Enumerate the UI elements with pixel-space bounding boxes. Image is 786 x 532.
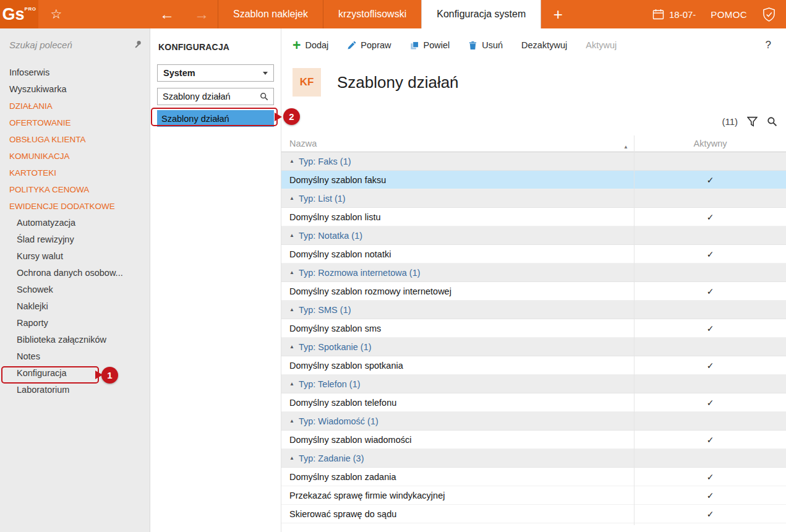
column-header-aktywny[interactable]: Aktywny (634, 139, 786, 148)
table-row[interactable]: ▲Domyślny szablon wiadomości ✓ (281, 431, 786, 449)
table-row[interactable]: ▲Typ: SMS (1) (281, 301, 786, 319)
active-checkmark: ✓ (634, 398, 786, 408)
new-tab-button[interactable]: + (541, 0, 575, 28)
sidebar-item[interactable]: KARTOTEKI (0, 165, 150, 181)
delete-button[interactable]: Usuń (468, 40, 503, 50)
sidebar-item[interactable]: Ochrona danych osobow... (0, 265, 150, 281)
sidebar-item[interactable]: Ślad rewizyjny (0, 231, 150, 248)
duplicate-icon (410, 41, 419, 50)
table-row[interactable]: ▲Typ: Notatka (1) (281, 226, 786, 245)
table-row[interactable]: ▲Typ: Telefon (1) (281, 375, 786, 393)
title-row: KF Szablony działań (281, 62, 786, 97)
table-body: ▲Typ: Faks (1) ▲Domyślny szablon faksu ✓… (281, 152, 786, 523)
active-checkmark: ✓ (634, 249, 786, 259)
config-category-value: System (163, 68, 195, 78)
sidebar: Szukaj poleceń InfoserwisWyszukiwarkaDZI… (0, 28, 150, 532)
sidebar-item[interactable]: EWIDENCJE DODATKOWE (0, 198, 150, 215)
filter-funnel-icon[interactable] (747, 116, 758, 127)
topbar-tab[interactable]: Konfiguracja system (421, 0, 541, 28)
table-row[interactable]: ▲Domyślny szablon zadania ✓ (281, 468, 786, 486)
config-search-value: Szablony działań (163, 92, 231, 101)
help-link[interactable]: POMOC (711, 9, 747, 20)
sidebar-item[interactable]: POLITYKA CENOWA (0, 181, 150, 198)
pin-icon[interactable] (132, 40, 142, 49)
topbar-tab[interactable]: krzystoflisowski (323, 0, 421, 28)
duplicate-button[interactable]: Powiel (410, 40, 450, 50)
app-logo: GsPRO (0, 0, 38, 28)
group-expand-icon: ▲ (289, 195, 294, 201)
plus-icon: + (293, 41, 301, 49)
sidebar-item[interactable]: Biblioteka załączników (0, 332, 150, 348)
activate-button[interactable]: Aktywuj (586, 40, 617, 50)
active-checkmark: ✓ (634, 491, 786, 500)
table-row[interactable]: ▲Domyślny szablon faksu ✓ (281, 171, 786, 189)
sidebar-item[interactable]: KOMUNIKACJA (0, 148, 150, 165)
config-category-dropdown[interactable]: System (157, 64, 274, 82)
active-checkmark: ✓ (634, 212, 786, 222)
sidebar-item[interactable]: DZIAŁANIA (0, 98, 150, 114)
table-row[interactable]: ▲Domyślny szablon listu ✓ (281, 208, 786, 226)
table-row[interactable]: ▲Domyślny szablon rozmowy internetowej ✓ (281, 282, 786, 301)
table-row[interactable]: ▲Typ: List (1) (281, 189, 786, 208)
sidebar-item[interactable]: Automatyzacja (0, 215, 150, 231)
sort-asc-icon: ▲ (623, 144, 628, 150)
group-expand-icon: ▲ (289, 344, 294, 350)
pencil-icon (347, 41, 356, 50)
table-row[interactable]: ▲Domyślny szablon telefonu ✓ (281, 393, 786, 412)
toolbar-help-button[interactable]: ? (762, 38, 775, 52)
list-meta-row: (11) (281, 97, 786, 135)
sidebar-item[interactable]: Notes (0, 348, 150, 365)
column-divider (634, 135, 634, 525)
sidebar-item[interactable]: OFERTOWANIE (0, 114, 150, 131)
table-row[interactable]: ▲Typ: Rozmowa internetowa (1) (281, 264, 786, 282)
sidebar-item[interactable]: Raporty (0, 315, 150, 332)
group-expand-icon: ▲ (289, 158, 294, 164)
sidebar-item[interactable]: Infoserwis (0, 64, 150, 81)
table-row[interactable]: ▲Typ: Zadanie (3) (281, 449, 786, 468)
table-row[interactable]: ▲Typ: Wiadomość (1) (281, 412, 786, 431)
group-expand-icon: ▲ (289, 381, 294, 387)
table-row[interactable]: ▲Domyślny szablon notatki ✓ (281, 245, 786, 264)
favorites-star-icon[interactable]: ☆ (38, 0, 74, 28)
table-row[interactable]: ▲Domyślny szablon sms ✓ (281, 319, 786, 338)
action-toolbar: + Dodaj Popraw Powiel Usuń Dezaktywuj Ak… (281, 28, 786, 62)
active-checkmark: ✓ (634, 361, 786, 371)
calendar-icon (652, 9, 664, 20)
edit-button[interactable]: Popraw (347, 40, 391, 50)
date-widget[interactable]: 18-07- (652, 9, 696, 20)
app-logo-text: Gs (2, 5, 25, 24)
main-content: + Dodaj Popraw Powiel Usuń Dezaktywuj Ak… (281, 28, 786, 532)
sidebar-item[interactable]: OBSŁUGA KLIENTA (0, 131, 150, 148)
config-search-input[interactable]: Szablony działań (157, 88, 274, 105)
table-row[interactable]: ▲Skierować sprawę do sądu ✓ (281, 505, 786, 523)
table-row[interactable]: ▲Domyślny szablon spotkania ✓ (281, 356, 786, 375)
sidebar-item[interactable]: Wyszukiwarka (0, 81, 150, 98)
command-search-input[interactable]: Szukaj poleceń (0, 28, 150, 61)
back-arrow-icon[interactable]: ← (160, 7, 174, 22)
command-search-placeholder: Szukaj poleceń (9, 40, 72, 50)
table-row[interactable]: ▲Typ: Spotkanie (1) (281, 338, 786, 356)
table-row[interactable]: ▲Typ: Faks (1) (281, 152, 786, 171)
forward-arrow-icon[interactable]: → (194, 7, 209, 22)
sidebar-item[interactable]: Schowek (0, 281, 150, 298)
sidebar-item[interactable]: Kursy walut (0, 248, 150, 265)
active-checkmark: ✓ (634, 509, 786, 519)
group-expand-icon: ▲ (289, 233, 294, 238)
column-header-nazwa[interactable]: Nazwa ▲ (281, 139, 634, 148)
search-icon[interactable] (767, 116, 777, 127)
config-panel-title: KONFIGURACJA (158, 42, 274, 52)
shield-icon[interactable] (762, 7, 776, 22)
sidebar-item[interactable]: Konfiguracja (0, 365, 150, 382)
chevron-down-icon (263, 72, 268, 75)
add-button[interactable]: + Dodaj (293, 40, 328, 50)
config-list-item-selected[interactable]: Szablony działań (157, 110, 274, 127)
sidebar-item[interactable]: Naklejki (0, 298, 150, 315)
table-row[interactable]: ▲Przekazać sprawę firmie windykacyjnej ✓ (281, 486, 786, 505)
group-expand-icon: ▲ (289, 455, 294, 461)
deactivate-button[interactable]: Dezaktywuj (521, 40, 567, 50)
active-checkmark: ✓ (634, 175, 786, 185)
config-panel: KONFIGURACJA System Szablony działań Sza… (150, 28, 281, 532)
sidebar-item[interactable]: Laboratorium (0, 382, 150, 398)
topbar-tab[interactable]: Szablon naklejek (218, 0, 323, 28)
avatar: KF (293, 68, 321, 97)
